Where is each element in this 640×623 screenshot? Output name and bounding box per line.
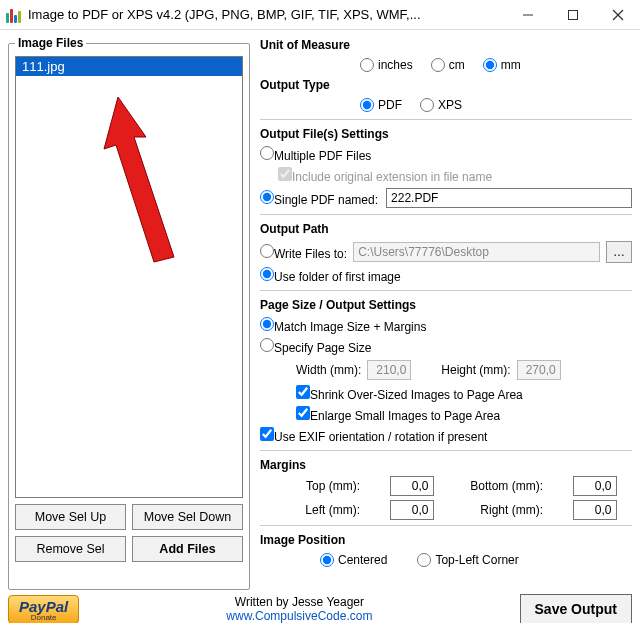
single-pdf-radio[interactable]: Single PDF named: — [260, 190, 378, 207]
svg-rect-1 — [568, 10, 577, 19]
maximize-button[interactable] — [550, 0, 595, 30]
browse-button[interactable]: … — [606, 241, 632, 263]
multiple-pdf-radio[interactable]: Multiple PDF Files — [260, 146, 371, 163]
single-filename-input[interactable] — [386, 188, 632, 208]
footer: PayPal Donate Written by Jesse Yeager ww… — [0, 590, 640, 623]
include-ext-check: Include original extension in file name — [278, 167, 492, 184]
margin-top-input[interactable] — [390, 476, 434, 496]
outfiles-legend: Output File(s) Settings — [260, 127, 632, 141]
margin-left-label: Left (mm): — [280, 503, 360, 517]
margins-legend: Margins — [260, 458, 632, 472]
close-button[interactable] — [595, 0, 640, 30]
remove-button[interactable]: Remove Sel — [15, 536, 126, 562]
file-list[interactable]: 111.jpg — [15, 56, 243, 498]
margin-right-label: Right (mm): — [463, 503, 543, 517]
window-title: Image to PDF or XPS v4.2 (JPG, PNG, BMP,… — [28, 7, 421, 22]
add-files-button[interactable]: Add Files — [132, 536, 243, 562]
margin-bottom-input[interactable] — [573, 476, 617, 496]
paypal-donate-button[interactable]: PayPal Donate — [8, 595, 79, 624]
output-type-legend: Output Type — [260, 78, 632, 92]
move-up-button[interactable]: Move Sel Up — [15, 504, 126, 530]
centered-radio[interactable]: Centered — [320, 553, 387, 567]
topleft-radio[interactable]: Top-Left Corner — [417, 553, 518, 567]
website-link[interactable]: www.CompulsiveCode.com — [226, 609, 372, 623]
svg-marker-4 — [104, 97, 174, 262]
margin-left-input[interactable] — [390, 500, 434, 520]
move-down-button[interactable]: Move Sel Down — [132, 504, 243, 530]
image-files-legend: Image Files — [15, 36, 86, 50]
margin-bottom-label: Bottom (mm): — [463, 479, 543, 493]
unit-legend: Unit of Measure — [260, 38, 632, 52]
unit-cm-radio[interactable]: cm — [431, 58, 465, 72]
unit-mm-radio[interactable]: mm — [483, 58, 521, 72]
margin-top-label: Top (mm): — [280, 479, 360, 493]
credits: Written by Jesse Yeager www.CompulsiveCo… — [89, 595, 509, 623]
output-pdf-radio[interactable]: PDF — [360, 98, 402, 112]
ellipsis-icon: … — [613, 245, 625, 259]
width-input — [367, 360, 411, 380]
shrink-check[interactable]: Shrink Over-Sized Images to Page Area — [296, 385, 523, 402]
pagesize-legend: Page Size / Output Settings — [260, 298, 632, 312]
annotation-arrow-icon — [86, 97, 196, 267]
titlebar: Image to PDF or XPS v4.2 (JPG, PNG, BMP,… — [0, 0, 640, 30]
height-label: Height (mm): — [441, 363, 510, 377]
exif-check[interactable]: Use EXIF orientation / rotation if prese… — [260, 427, 487, 444]
write-to-radio[interactable]: Write Files to: — [260, 244, 347, 261]
enlarge-check[interactable]: Enlarge Small Images to Page Area — [296, 406, 500, 423]
app-icon — [6, 7, 22, 23]
unit-inches-radio[interactable]: inches — [360, 58, 413, 72]
author-label: Written by Jesse Yeager — [89, 595, 509, 609]
match-size-radio[interactable]: Match Image Size + Margins — [260, 317, 426, 334]
use-folder-radio[interactable]: Use folder of first image — [260, 267, 401, 284]
margin-right-input[interactable] — [573, 500, 617, 520]
height-input — [517, 360, 561, 380]
minimize-button[interactable] — [505, 0, 550, 30]
specify-size-radio[interactable]: Specify Page Size — [260, 338, 371, 355]
output-path-input — [353, 242, 600, 262]
list-item[interactable]: 111.jpg — [16, 57, 242, 76]
save-output-button[interactable]: Save Output — [520, 594, 632, 623]
width-label: Width (mm): — [296, 363, 361, 377]
output-xps-radio[interactable]: XPS — [420, 98, 462, 112]
position-legend: Image Position — [260, 533, 632, 547]
image-files-group: Image Files 111.jpg Move Sel Up Move Sel… — [8, 36, 250, 590]
outpath-legend: Output Path — [260, 222, 632, 236]
